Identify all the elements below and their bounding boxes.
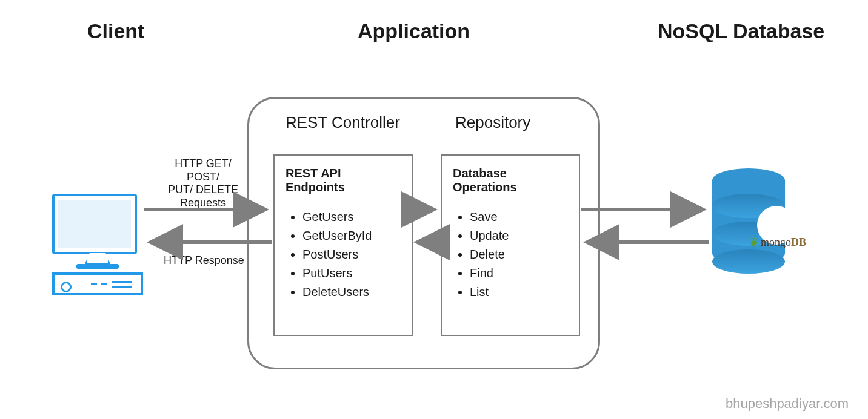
- application-title: Application: [358, 19, 470, 43]
- rest-endpoints-list: GetUsers GetUserById PostUsers PutUsers …: [285, 208, 401, 302]
- database-cylinder-icon: [712, 168, 791, 265]
- list-item: GetUsers: [302, 208, 401, 226]
- db-operations-list: Save Update Delete Find List: [453, 208, 568, 302]
- list-item: List: [470, 283, 568, 302]
- list-item: Find: [470, 264, 568, 283]
- mongo-text: mongo: [761, 236, 791, 248]
- list-item: PutUsers: [302, 264, 401, 283]
- repository-box: Database Operations Save Update Delete F…: [441, 154, 580, 336]
- list-item: Update: [470, 226, 568, 245]
- list-item: Delete: [470, 245, 568, 264]
- leaf-icon: ❦: [749, 235, 760, 250]
- database-title: NoSQL Database: [658, 19, 824, 43]
- client-title: Client: [87, 19, 144, 43]
- mongodb-logo: ❦mongoDB: [749, 235, 806, 251]
- rest-controller-label: REST Controller: [285, 113, 400, 132]
- list-item: DeleteUsers: [302, 283, 401, 302]
- watermark: bhupeshpadiyar.com: [726, 396, 849, 412]
- list-item: Save: [470, 208, 568, 226]
- repository-label: Repository: [455, 113, 530, 132]
- mongo-db-text: DB: [791, 236, 806, 248]
- http-response-label: HTTP Response: [164, 254, 244, 268]
- http-request-label: HTTP GET/ POST/PUT/ DELETERequests: [158, 157, 249, 210]
- rest-controller-box: REST API Endpoints GetUsers GetUserById …: [273, 154, 413, 336]
- list-item: GetUserById: [302, 226, 401, 245]
- client-computer-icon: [52, 194, 143, 295]
- list-item: PostUsers: [302, 245, 401, 264]
- rest-endpoints-heading: REST API Endpoints: [285, 167, 401, 194]
- application-container: REST Controller Repository REST API Endp…: [247, 97, 600, 369]
- db-operations-heading: Database Operations: [453, 167, 568, 194]
